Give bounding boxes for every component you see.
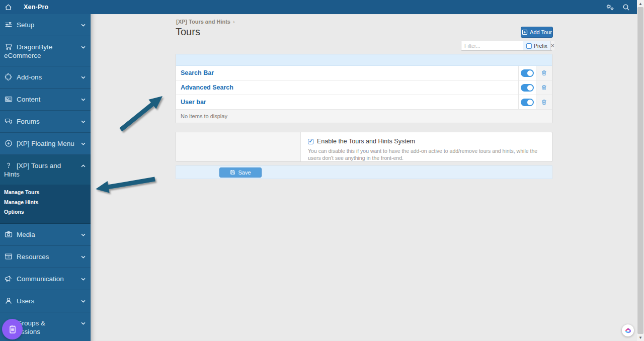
comments-icon — [4, 117, 13, 125]
sidebar-item-label: Setup — [17, 21, 34, 29]
user-icon — [4, 297, 13, 305]
chevron-down-icon — [81, 24, 86, 27]
app-title: Xen-Pro — [24, 4, 48, 11]
sidebar-item-label: Add-ons — [17, 73, 42, 81]
sidebar-item-xp-tours-and-hints[interactable]: [XP] Tours and Hints — [0, 155, 91, 185]
chevron-down-icon — [81, 322, 86, 325]
trash-icon — [541, 69, 547, 76]
chevron-down-icon — [81, 120, 86, 123]
toggle-cell — [518, 95, 536, 109]
sidebar-item-label: Users — [17, 297, 34, 305]
notes-fab-button[interactable] — [2, 319, 23, 339]
clickup-button[interactable] — [622, 324, 634, 336]
notepad-icon — [8, 324, 18, 334]
topbar-actions — [606, 4, 630, 11]
sidebar-item-communication[interactable]: Communication — [0, 268, 91, 290]
options-panel: Enable the Tours and Hints System You ca… — [176, 132, 552, 162]
sidebar-item-add-ons[interactable]: Add-ons — [0, 66, 91, 89]
sidebar-item-media[interactable]: Media — [0, 224, 91, 246]
delete-button[interactable] — [536, 80, 552, 95]
cart-icon — [4, 43, 13, 51]
sidebar-item-dragonbyte-ecommerce[interactable]: DragonByte eCommerce — [0, 36, 91, 66]
sidebar-item-content[interactable]: Content — [0, 89, 91, 111]
submenu-item-manage-tours[interactable]: Manage Tours — [4, 188, 87, 198]
table-row: User bar — [176, 95, 552, 110]
toggle-cell — [518, 80, 536, 95]
chevron-down-icon — [81, 46, 86, 49]
sidebar-item-label: Media — [17, 231, 35, 238]
sidebar-item-forums[interactable]: Forums — [0, 111, 91, 133]
enable-system-checkbox[interactable] — [308, 139, 313, 144]
megaphone-icon — [4, 275, 13, 283]
chevron-down-icon — [81, 300, 86, 303]
plus-square-icon — [522, 29, 528, 35]
sidebar-item-users[interactable]: Users — [0, 290, 91, 312]
submenu-item-options[interactable]: Options — [4, 207, 87, 217]
delete-button[interactable] — [536, 95, 552, 109]
breadcrumb[interactable]: [XP] Tours and Hints› — [176, 19, 235, 25]
settings-gears-icon[interactable] — [606, 4, 614, 11]
delete-button[interactable] — [536, 66, 552, 80]
archive-icon — [4, 252, 13, 261]
prefix-label: Prefix — [534, 43, 547, 49]
options-label-column — [176, 132, 301, 161]
trash-icon — [541, 99, 547, 106]
prefix-toggle[interactable]: Prefix — [523, 41, 550, 50]
chevron-down-icon — [81, 233, 86, 236]
table-empty-row: No items to display — [176, 110, 552, 123]
chevron-down-icon — [81, 76, 86, 79]
enable-toggle[interactable] — [521, 99, 534, 106]
chevron-down-icon — [81, 278, 86, 281]
topbar: Xen-Pro — [0, 0, 637, 14]
sidebar-item-xp-floating-menu[interactable]: [XP] Floating Menu — [0, 133, 91, 155]
tour-link[interactable]: User bar — [176, 99, 518, 106]
tours-table: Search BarAdvanced SearchUser bar No ite… — [176, 54, 552, 123]
sidebar-item-setup[interactable]: Setup — [0, 14, 91, 36]
floppy-icon — [230, 169, 235, 175]
add-tour-label: Add Tour — [530, 29, 552, 35]
table-row: Advanced Search — [176, 80, 552, 95]
scroll-up-arrow[interactable]: ▲ — [637, 0, 644, 7]
plus-circle-icon — [4, 139, 13, 147]
enable-toggle[interactable] — [521, 69, 534, 77]
breadcrumb-separator: › — [233, 19, 235, 25]
main-content: [XP] Tours and Hints› Tours Add Tour Pre… — [91, 14, 637, 341]
sliders-icon — [4, 21, 13, 29]
breadcrumb-label[interactable]: [XP] Tours and Hints — [176, 19, 230, 25]
enable-toggle[interactable] — [521, 84, 534, 92]
sidebar-item-resources[interactable]: Resources — [0, 246, 91, 268]
puzzle-icon — [4, 73, 13, 81]
sidebar-submenu-xp-tours-and-hints: Manage ToursManage HintsOptions — [0, 185, 91, 224]
enable-system-label: Enable the Tours and Hints System — [317, 138, 415, 145]
tour-link[interactable]: Advanced Search — [176, 84, 518, 91]
enable-system-description: You can disable this if you want to have… — [308, 147, 545, 161]
scrollbar[interactable]: ▲ ▼ — [637, 0, 644, 341]
table-row: Search Bar — [176, 66, 552, 80]
save-button[interactable]: Save — [219, 167, 262, 178]
enable-system-row[interactable]: Enable the Tours and Hints System — [308, 138, 545, 145]
options-value-column: Enable the Tours and Hints System You ca… — [301, 132, 552, 161]
home-icon[interactable] — [5, 4, 12, 11]
search-icon[interactable] — [622, 4, 630, 11]
tour-link[interactable]: Search Bar — [176, 69, 518, 76]
clickup-logo-icon — [624, 327, 632, 334]
save-label: Save — [238, 169, 251, 176]
add-tour-button[interactable]: Add Tour — [521, 27, 553, 38]
newspaper-icon — [4, 95, 13, 103]
chevron-down-icon — [81, 142, 86, 145]
chevron-down-icon — [81, 98, 86, 101]
filter-input[interactable] — [461, 41, 523, 50]
page-title: Tours — [176, 26, 200, 38]
filter-clear-button[interactable]: × — [550, 41, 554, 50]
prefix-checkbox[interactable] — [526, 43, 532, 49]
trash-icon — [541, 84, 547, 91]
table-header-row — [176, 54, 552, 66]
submenu-item-manage-hints[interactable]: Manage Hints — [4, 198, 87, 208]
toggle-cell — [518, 66, 536, 80]
sidebar-item-label: Communication — [17, 275, 64, 283]
scroll-down-arrow[interactable]: ▼ — [637, 334, 644, 341]
save-bar: Save — [176, 165, 552, 179]
sidebar-item-label: Forums — [17, 118, 40, 125]
sidebar: SetupDragonByte eCommerceAdd-onsContentF… — [0, 14, 91, 341]
scrollbar-thumb[interactable] — [637, 7, 643, 334]
